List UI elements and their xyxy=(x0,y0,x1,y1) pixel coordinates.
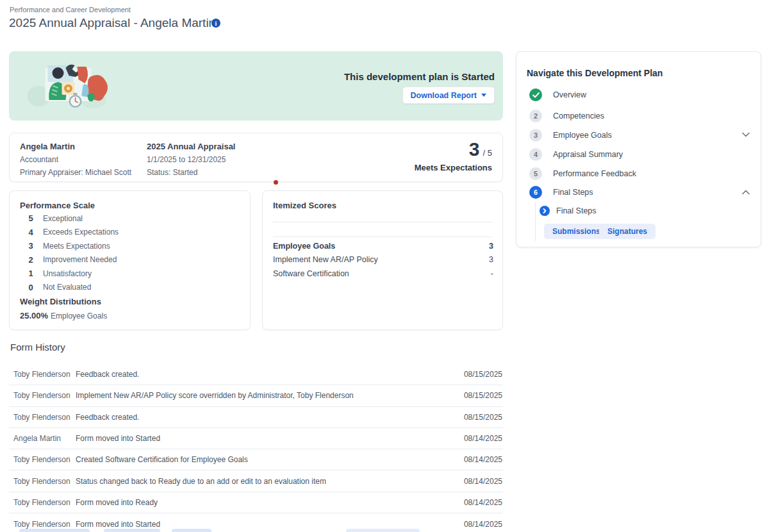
history-event: Status changed back to Ready due to an a… xyxy=(71,477,457,486)
form-name: 2025 Annual Appraisal xyxy=(147,142,235,151)
step-number: 2 xyxy=(529,110,542,122)
performance-scale-title: Performance Scale xyxy=(20,201,95,210)
step-complete-icon xyxy=(529,88,542,101)
history-date: 08/15/2025 xyxy=(457,391,503,400)
history-row: Toby Flenderson Feedback created. 08/15/… xyxy=(9,407,503,428)
scale-score: 4 xyxy=(20,228,42,237)
primary-appraiser: Primary Appraiser: Michael Scott xyxy=(20,168,131,177)
itemized-score-row: Employee Goals 3 xyxy=(273,239,493,253)
weight-label: Employee Goals xyxy=(51,312,107,320)
history-event: Implement New AR/AP Policy score overrid… xyxy=(71,391,457,400)
item-score: - xyxy=(491,269,493,278)
appraisal-summary-card: Angela Martin Accountant Primary Apprais… xyxy=(9,133,503,182)
chevron-up-icon[interactable] xyxy=(742,190,750,195)
scale-label: Improvement Needed xyxy=(43,255,117,264)
history-actor: Angela Martin xyxy=(9,434,71,443)
step-number: 5 xyxy=(529,167,542,180)
scale-level-row: 0 Not Evaluated xyxy=(20,281,238,295)
cutoff-highlight xyxy=(172,529,211,532)
scale-label: Not Evaluated xyxy=(43,283,91,292)
history-event: Form moved into Started xyxy=(71,520,457,529)
nav-item-label: Performance Feedback xyxy=(553,169,636,178)
history-actor: Toby Flenderson xyxy=(9,477,71,486)
performance-scale-card: Performance Scale 5 Exceptional 4 Exceed… xyxy=(9,190,251,330)
weight-distributions-title: Weight Distributions xyxy=(20,297,101,306)
nav-item-competencies[interactable]: 2 Competencies xyxy=(529,110,604,122)
nav-item-overview[interactable]: Overview xyxy=(529,88,586,101)
nav-item-label: Employee Goals xyxy=(553,131,612,140)
itemized-scores-title: Itemized Scores xyxy=(273,201,336,210)
nav-indent-line xyxy=(535,203,536,241)
download-report-label: Download Report xyxy=(411,91,477,100)
arrow-right-icon xyxy=(540,206,550,216)
itemized-scores-card: Itemized Scores Employee Goals 3 Impleme… xyxy=(262,190,503,330)
nav-item-final-steps[interactable]: 6 Final Steps xyxy=(529,186,593,199)
info-icon[interactable]: i xyxy=(211,19,220,28)
navigation-title: Navigate this Development Plan xyxy=(527,68,663,78)
nav-subitem-final-steps[interactable]: Final Steps xyxy=(540,206,597,216)
form-history-table: Toby Flenderson Feedback created. 08/15/… xyxy=(9,364,503,532)
nav-item-label: Competencies xyxy=(553,112,604,121)
scale-score: 2 xyxy=(20,255,42,265)
history-row: Toby Flenderson Status changed back to R… xyxy=(9,470,503,492)
history-row: Toby Flenderson Created Software Certifi… xyxy=(9,449,503,470)
nav-item-employee-goals[interactable]: 3 Employee Goals xyxy=(529,129,612,142)
scale-label: Exceeds Expectations xyxy=(43,228,119,237)
breadcrumb[interactable]: Performance and Career Development xyxy=(10,6,131,13)
overall-score: 3 / 5 Meets Expectations xyxy=(415,138,492,172)
history-event: Form moved into Started xyxy=(71,434,457,443)
history-actor: Toby Flenderson xyxy=(9,455,71,464)
history-date: 08/14/2025 xyxy=(457,498,503,507)
nav-item-label: Appraisal Summary xyxy=(553,150,623,159)
history-date: 08/14/2025 xyxy=(457,477,503,486)
history-date: 08/15/2025 xyxy=(457,413,503,422)
step-number: 6 xyxy=(529,186,542,199)
history-event: Created Software Certification for Emplo… xyxy=(71,455,457,464)
nav-subitem-label: Final Steps xyxy=(556,206,597,215)
weight-percent: 25.00% xyxy=(20,311,48,320)
history-event: Feedback created. xyxy=(71,370,457,379)
plan-status-text: This development plan is Started xyxy=(344,71,495,82)
nav-item-label: Final Steps xyxy=(553,188,593,197)
scale-label: Unsatisfactory xyxy=(43,269,92,278)
download-report-button[interactable]: Download Report xyxy=(402,87,495,104)
history-date: 08/14/2025 xyxy=(457,455,503,464)
scale-level-row: 1 Unsatisfactory xyxy=(20,267,238,281)
history-event: Form moved into Ready xyxy=(71,498,457,507)
item-label: Implement New AR/AP Policy xyxy=(273,255,378,264)
teamwork-illustration xyxy=(24,59,111,113)
history-row: Toby Flenderson Form moved into Ready 08… xyxy=(9,492,503,513)
cutoff-highlight xyxy=(104,529,160,532)
scale-score: 3 xyxy=(20,241,42,251)
scale-label: Meets Expectations xyxy=(43,242,110,251)
history-actor: Toby Flenderson xyxy=(9,498,71,507)
nav-item-performance-feedback[interactable]: 5 Performance Feedback xyxy=(529,167,636,180)
scale-level-row: 3 Meets Expectations xyxy=(20,239,238,253)
history-date: 08/15/2025 xyxy=(457,370,503,379)
history-row: Toby Flenderson Feedback created. 08/15/… xyxy=(9,364,503,385)
signatures-button[interactable]: Signatures xyxy=(599,224,656,239)
item-score: 3 xyxy=(489,242,493,251)
red-dot-indicator xyxy=(274,180,278,185)
history-actor: Toby Flenderson xyxy=(9,520,71,529)
scale-level-row: 2 Improvement Needed xyxy=(20,253,238,267)
history-actor: Toby Flenderson xyxy=(9,413,71,422)
scale-score: 5 xyxy=(20,213,42,223)
score-label: Meets Expectations xyxy=(415,163,492,172)
form-history-title: Form History xyxy=(10,342,65,353)
item-label: Employee Goals xyxy=(273,242,335,251)
appraisal-period: 1/1/2025 to 12/31/2025 xyxy=(147,155,235,164)
itemized-score-row: Software Certification - xyxy=(273,267,493,281)
scale-label: Exceptional xyxy=(43,214,83,223)
history-date: 08/14/2025 xyxy=(457,434,503,443)
page-title: 2025 Annual Appraisal - Angela Martin xyxy=(9,16,215,30)
step-number: 3 xyxy=(529,129,542,142)
form-status: Status: Started xyxy=(147,168,235,177)
nav-item-appraisal-summary[interactable]: 4 Appraisal Summary xyxy=(529,148,623,161)
employee-title: Accountant xyxy=(20,155,131,164)
weight-row: 25.00% Employee Goals xyxy=(20,311,107,320)
chevron-down-icon[interactable] xyxy=(742,132,750,137)
score-value: 3 xyxy=(469,138,480,160)
item-score: 3 xyxy=(489,255,493,264)
history-actor: Toby Flenderson xyxy=(9,391,71,400)
